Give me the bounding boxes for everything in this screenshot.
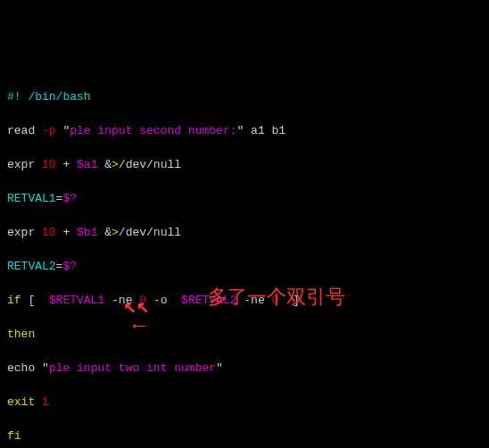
shebang-hash: #! <box>7 90 21 104</box>
code-editor[interactable]: #! /bin/bash read -p "ple input second n… <box>7 71 482 448</box>
code-line: expr 10 + $b1 &>/dev/null <box>7 224 482 241</box>
code-line: RETVAL2=$? <box>7 258 482 275</box>
code-line: RETVAL1=$? <box>7 190 482 207</box>
code-line: #! /bin/bash <box>7 88 482 105</box>
code-line: expr 10 + $a1 &>/dev/null <box>7 156 482 173</box>
code-line: exit 1 <box>7 394 482 411</box>
code-line: read -p "ple input second number:" a1 b1 <box>7 122 482 139</box>
code-line: then <box>7 326 482 343</box>
shebang-path: /bin/bash <box>21 90 91 104</box>
code-line: if [ $RETVAL1 -ne 0 -o $RETVAL2 -ne 0 ] <box>7 292 482 309</box>
code-line: fi <box>7 427 482 444</box>
code-line: echo "ple input two int number" <box>7 360 482 377</box>
